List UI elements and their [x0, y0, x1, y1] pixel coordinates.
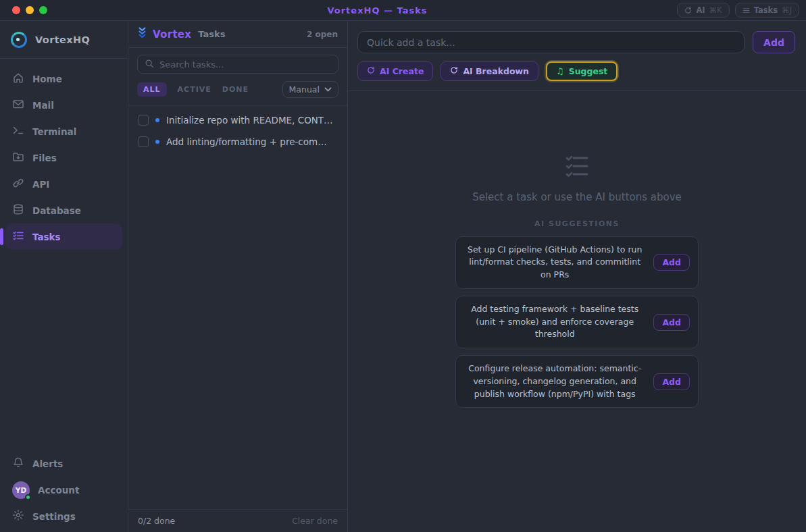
avatar: YD: [12, 481, 30, 499]
sidebar-item-mail[interactable]: Mail: [0, 92, 122, 118]
ai-breakdown-button[interactable]: AI Breakdown: [440, 61, 538, 81]
empty-state-text: Select a task or use the AI buttons abov…: [472, 191, 682, 203]
online-status-dot: [25, 494, 31, 500]
home-icon: [12, 72, 24, 86]
task-panel: Vortex Tasks 2 open ALL ACTIVE DONE Manu…: [128, 21, 348, 532]
sidebar-item-api[interactable]: API: [0, 171, 122, 197]
sidebar: VortexHQ Home Mail Terminal Files API: [0, 21, 128, 532]
panel-brand: Vortex: [153, 28, 191, 41]
avatar-initials: YD: [16, 486, 26, 494]
ai-create-button[interactable]: AI Create: [357, 61, 433, 81]
progress-label: 0/2 done: [138, 516, 175, 526]
clear-done-button[interactable]: Clear done: [292, 516, 338, 526]
brand-row: VortexHQ: [0, 21, 128, 59]
suggest-button[interactable]: ♫ Suggest: [546, 61, 618, 81]
tasks-command-button[interactable]: Tasks ⌘J: [735, 3, 799, 18]
vortex-logo-icon: [11, 32, 27, 48]
open-count-badge: 2 open: [307, 30, 338, 39]
task-checkbox[interactable]: [138, 115, 149, 126]
suggestions-list: Set up CI pipeline (GitHub Actions) to r…: [455, 236, 699, 408]
suggestion-text: Add testing framework + baseline tests (…: [464, 303, 645, 341]
task-panel-footer: 0/2 done Clear done: [128, 509, 347, 532]
sort-select[interactable]: Manual: [282, 81, 338, 98]
filter-done[interactable]: DONE: [222, 82, 249, 97]
panel-subtitle: Tasks: [198, 29, 225, 39]
sidebar-item-settings[interactable]: Settings: [0, 503, 122, 529]
suggestion-text: Configure release automation: semantic-v…: [464, 363, 645, 400]
task-row[interactable]: Initialize repo with README, CONT…: [128, 109, 347, 131]
ai-create-label: AI Create: [380, 66, 424, 76]
ai-breakdown-label: AI Breakdown: [463, 66, 529, 76]
sidebar-item-label: Mail: [32, 100, 54, 111]
sidebar-item-label: Tasks: [32, 232, 61, 242]
priority-dot: [155, 118, 159, 122]
sidebar-item-label: Alerts: [32, 458, 63, 469]
task-title: Add linting/formatting + pre-com…: [166, 136, 327, 147]
ai-command-shortcut: ⌘K: [709, 5, 722, 15]
add-suggestion-button[interactable]: Add: [653, 314, 690, 331]
search-box[interactable]: [137, 55, 338, 74]
suggestion-text: Set up CI pipeline (GitHub Actions) to r…: [464, 244, 645, 282]
add-task-button[interactable]: Add: [753, 31, 795, 53]
add-suggestion-button[interactable]: Add: [653, 254, 690, 271]
sidebar-nav: Home Mail Terminal Files API Database: [0, 59, 128, 250]
filter-row: ALL ACTIVE DONE Manual: [128, 80, 347, 106]
ai-suggestions-heading: AI SUGGESTIONS: [534, 219, 620, 228]
task-title: Initialize repo with README, CONT…: [166, 115, 333, 126]
ai-refresh-icon: [450, 66, 458, 76]
quick-add-section: Add AI Create AI Breakdown ♫ Suggest: [348, 21, 806, 91]
music-note-icon: ♫: [556, 66, 564, 76]
sidebar-item-home[interactable]: Home: [0, 65, 122, 92]
suggest-label: Suggest: [569, 66, 608, 76]
files-download-icon: [12, 151, 24, 165]
sidebar-item-files[interactable]: Files: [0, 144, 122, 171]
window-title: VortexHQ — Tasks: [327, 5, 427, 16]
priority-dot: [155, 140, 159, 144]
list-icon: [742, 7, 750, 14]
sidebar-item-tasks[interactable]: Tasks: [5, 223, 122, 250]
sidebar-item-label: Terminal: [32, 126, 76, 137]
sidebar-item-alerts[interactable]: Alerts: [0, 450, 122, 477]
task-checkbox[interactable]: [138, 136, 149, 147]
filter-active[interactable]: ACTIVE: [178, 82, 211, 97]
sidebar-bottom-nav: Alerts YD Account Settings: [0, 444, 128, 532]
ai-refresh-icon: [367, 66, 375, 76]
minimize-window-button[interactable]: [26, 6, 34, 14]
task-panel-header: Vortex Tasks 2 open: [128, 21, 347, 48]
task-row[interactable]: Add linting/formatting + pre-com…: [128, 131, 347, 153]
main-area: Add AI Create AI Breakdown ♫ Suggest: [348, 21, 806, 532]
search-input[interactable]: [159, 59, 331, 70]
close-window-button[interactable]: [12, 6, 20, 14]
tasks-command-shortcut: ⌘J: [782, 5, 792, 15]
mail-icon: [12, 98, 24, 112]
database-icon: [12, 203, 24, 217]
search-icon: [145, 58, 154, 71]
sidebar-item-label: Home: [32, 74, 62, 84]
sidebar-item-database[interactable]: Database: [0, 197, 122, 223]
sort-select-value: Manual: [289, 84, 320, 95]
sidebar-item-terminal[interactable]: Terminal: [0, 118, 122, 144]
tasks-command-label: Tasks: [754, 5, 778, 15]
zoom-window-button[interactable]: [39, 6, 47, 14]
task-list: Initialize repo with README, CONT… Add l…: [128, 106, 347, 509]
active-indicator: [0, 228, 3, 245]
suggestion-card: Set up CI pipeline (GitHub Actions) to r…: [455, 236, 699, 289]
quick-add-input[interactable]: [357, 31, 745, 53]
ai-command-label: AI: [696, 5, 705, 15]
bell-icon: [12, 456, 24, 471]
sidebar-item-account[interactable]: YD Account: [0, 477, 122, 503]
sidebar-item-label: Database: [32, 205, 81, 216]
sidebar-item-label: API: [32, 179, 49, 190]
ai-refresh-icon: [684, 7, 692, 14]
detail-content: Select a task or use the AI buttons abov…: [348, 91, 806, 532]
suggestion-card: Add testing framework + baseline tests (…: [455, 296, 699, 348]
ai-command-button[interactable]: AI ⌘K: [677, 3, 729, 18]
gear-icon: [12, 509, 24, 523]
title-bar: VortexHQ — Tasks AI ⌘K Tasks ⌘J: [0, 0, 806, 21]
tasks-checklist-icon: [12, 230, 24, 244]
add-suggestion-button[interactable]: Add: [653, 373, 690, 390]
link-icon: [12, 177, 24, 191]
suggestion-card: Configure release automation: semantic-v…: [455, 355, 699, 408]
filter-all[interactable]: ALL: [137, 82, 167, 97]
sidebar-item-label: Files: [32, 153, 57, 163]
